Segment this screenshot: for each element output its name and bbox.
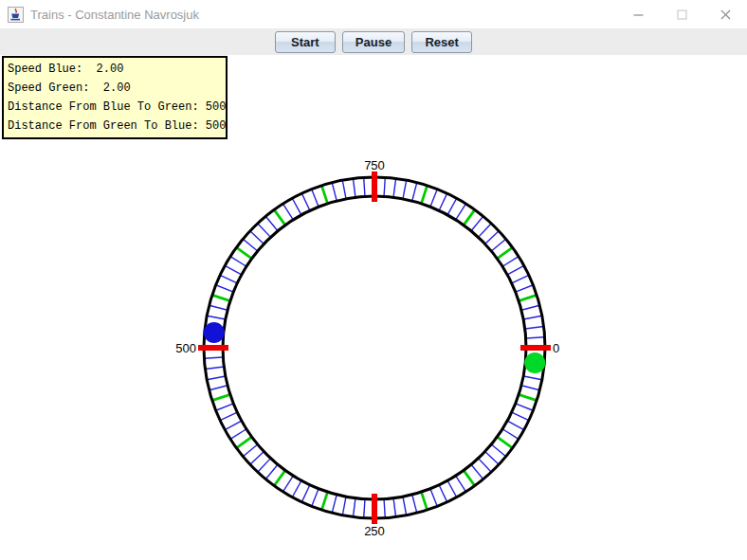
track-tie [439,485,447,502]
distance-blue-to-green-readout: Distance From Blue To Green: 500 [8,98,226,117]
track-tie [312,190,319,208]
toolbar: Start Pause Reset [0,28,747,55]
maximize-icon [677,9,687,20]
green-marker-tie [497,247,512,259]
distance-green-to-blue-readout: Distance From Green To Blue: 500 [8,117,226,135]
track-tie [502,429,519,440]
track-tie [384,177,385,196]
track-position-label: 0 [553,341,559,355]
track-tie [225,265,242,275]
track-tie [485,231,500,244]
track-tie [353,498,355,517]
track-tie [447,480,457,497]
speed-blue-readout: Speed Blue: 2.00 [8,60,226,79]
track-tie [447,198,457,215]
track-tie [265,464,278,479]
track-tie [342,497,346,515]
track-tie [471,216,483,230]
track-tie [364,499,365,518]
track-tie [364,177,365,196]
maximize-button[interactable] [660,0,703,28]
track-position-label: 500 [175,341,196,355]
track-tie [210,386,228,390]
track-tie [512,412,529,421]
green-marker-tie [519,295,537,300]
window-controls [616,0,747,28]
speed-green-readout: Speed Green: 2.00 [8,79,226,98]
track-tie [525,326,544,329]
blue-train [204,322,225,343]
track-tie [491,444,505,457]
track-tie [283,204,294,220]
track-tie [243,239,257,251]
track-tie [516,285,534,292]
track-tie [332,495,337,513]
track-tie [230,257,246,267]
green-train [524,352,545,373]
close-icon [720,9,731,20]
reset-button[interactable]: Reset [411,31,472,53]
track-tie [312,489,319,507]
inner-rail [223,196,526,499]
track-tie [250,452,264,465]
track-tie [292,480,301,497]
track-position-label: 250 [364,524,385,538]
track-tie [403,180,407,199]
track-position-label: 750 [364,158,385,172]
green-marker-tie [321,492,327,510]
pause-button[interactable]: Pause [342,31,405,53]
outer-rail [204,177,545,518]
track-tie [521,386,539,390]
track-tie [342,180,346,199]
track-tie [412,183,417,201]
track-tie [456,476,466,492]
track-tie [210,305,228,310]
title-bar: Trains - Constantine Navrosjuk [0,0,747,28]
track-tie [220,275,237,283]
info-panel: Speed Blue: 2.00 Speed Green: 2.00 Dista… [2,56,228,139]
green-marker-tie [321,186,327,204]
green-marker-tie [464,209,475,225]
track-tie [393,498,396,517]
track-tie [205,367,224,370]
minimize-icon [633,9,644,20]
track-tie [516,404,534,410]
green-marker-tie [212,295,230,300]
track-tie [479,224,492,238]
track-tie [491,239,505,251]
window-title: Trains - Constantine Navrosjuk [30,8,199,22]
track-tie [512,275,529,283]
track-tie [243,444,257,457]
track-tie [216,404,234,410]
green-marker-tie [274,470,285,485]
track-tie [523,376,542,380]
track-tie [216,285,234,292]
track-tie [507,421,524,430]
minimize-button[interactable] [616,0,660,28]
track-tie [384,499,385,518]
green-marker-tie [421,492,427,510]
track-tie [301,485,310,502]
track-tie [283,476,294,492]
track-tie [292,198,301,215]
track-tie [412,495,417,513]
track-tie [265,216,278,230]
track-tie [353,178,355,197]
track-tie [393,178,396,197]
track-tie [207,316,226,319]
track-tie [301,193,310,210]
start-button[interactable]: Start [275,31,336,53]
track-tie [430,190,437,208]
track-tie [204,357,223,358]
track-tie [526,337,545,338]
track-tie [230,429,246,440]
track-tie [258,459,271,473]
track-tie [430,489,437,507]
close-button[interactable] [703,0,747,28]
track-tie [258,224,271,238]
green-marker-tie [497,437,512,448]
track-tie [479,459,492,473]
java-cup-icon [8,7,24,23]
track-tie [521,305,539,310]
green-marker-tie [236,437,251,448]
